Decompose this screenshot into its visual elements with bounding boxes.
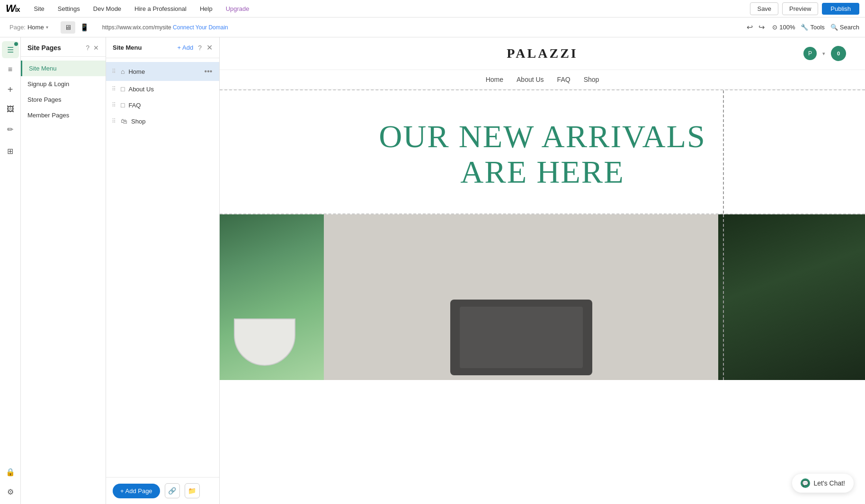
publish-button[interactable]: Publish [822, 3, 859, 15]
nav-hire[interactable]: Hire a Professional [128, 0, 193, 18]
dropdown-icon: ▾ [822, 51, 825, 57]
site-nav-about[interactable]: About Us [517, 76, 544, 83]
site-logo: PALAZZI [507, 46, 578, 61]
top-actions: Save Preview Publish [750, 2, 859, 15]
nav-devmode[interactable]: Dev Mode [87, 0, 128, 18]
chat-dot-icon: 💬 [801, 478, 810, 488]
user-avatar: P [803, 47, 817, 60]
site-menu-nav-item[interactable]: Site Menu [21, 61, 106, 76]
member-pages-nav-item[interactable]: Member Pages [21, 107, 106, 123]
site-menu-close-icon[interactable]: ✕ [206, 43, 213, 52]
site-pages-close-icon[interactable]: ✕ [93, 44, 99, 52]
chat-label: Let's Chat! [814, 479, 846, 487]
site-topnav: PALAZZI P ▾ 0 [220, 37, 865, 70]
menu-item-home-label: Home [128, 68, 145, 75]
plant-bowl [234, 318, 295, 366]
chat-button[interactable]: 💬 Let's Chat! [792, 474, 854, 493]
tools-button[interactable]: 🔧 Tools [801, 24, 824, 31]
site-menu-panel: Site Menu + Add ? ✕ ⠿ ⌂ Home ••• ⠿ □ Abo… [106, 37, 220, 504]
icon-design[interactable]: ✏ [2, 121, 19, 138]
icon-pages[interactable]: ☰ [2, 41, 19, 58]
menu-items-list: ⠿ ⌂ Home ••• ⠿ □ About Us ⠿ □ FAQ ⠿ 🛍 Sh [106, 58, 219, 477]
lock-icon: 🔒 [6, 468, 15, 477]
plant-left-area [220, 214, 324, 380]
page-selector[interactable]: Page: Home ▾ [6, 22, 52, 33]
canvas: PALAZZI P ▾ 0 Home About Us [220, 37, 865, 504]
menu-item-shop-label: Shop [131, 118, 145, 125]
footer-link-icon-button[interactable]: 🔗 [165, 483, 180, 498]
undo-button[interactable]: ↩ [745, 21, 755, 34]
apps-icon: ⊞ [7, 147, 13, 156]
mobile-view-button[interactable]: 📱 [76, 21, 93, 34]
preview-button[interactable]: Preview [782, 2, 818, 15]
shop-icon: 🛍 [121, 117, 127, 125]
connect-domain-link[interactable]: Connect Your Domain [173, 24, 228, 31]
document-icon-2: □ [121, 101, 125, 109]
nav-settings[interactable]: Settings [51, 0, 87, 18]
menu-item-home-more[interactable]: ••• [203, 66, 214, 77]
desktop-view-button[interactable]: 🖥 [61, 21, 75, 34]
hero-line1: OUR NEW ARRIVALS [239, 119, 846, 154]
drag-handle-icon: ⠿ [112, 118, 116, 124]
icon-layers[interactable]: ≡ [2, 61, 19, 78]
site-menu-add-button[interactable]: + Add [178, 44, 194, 51]
zoom-icon: ⊙ [772, 24, 777, 31]
secondbar: Page: Home ▾ 🖥 📱 https://www.wix.com/mys… [0, 18, 865, 37]
canvas-area: PALAZZI P ▾ 0 Home About Us [220, 37, 865, 504]
site-pages-nav: Site Menu Signup & Login Store Pages Mem… [21, 57, 106, 127]
pages-icon: ☰ [7, 45, 14, 54]
drag-handle-icon: ⠿ [112, 102, 116, 108]
cart-icon: 0 [831, 46, 846, 61]
zoom-indicator[interactable]: ⊙ 100% [772, 24, 795, 31]
search-label: Search [840, 24, 859, 31]
add-icon: + [8, 84, 13, 95]
nav-site[interactable]: Site [27, 0, 51, 18]
tablet-item [450, 300, 592, 375]
left-icon-bar: ☰ ≡ + 🖼 ✏ ⊞ 🔒 ⚙ [0, 37, 21, 504]
document-icon: □ [121, 85, 125, 93]
icon-apps[interactable]: ⊞ [2, 142, 19, 159]
site-menu-help-icon[interactable]: ? [198, 44, 202, 52]
signup-login-nav-item[interactable]: Signup & Login [21, 76, 106, 92]
footer-folder-icon-button[interactable]: 📁 [185, 483, 200, 498]
drag-handle-icon: ⠿ [112, 86, 116, 92]
site-pages-header-icons: ? ✕ [86, 44, 99, 52]
center-desk-area [324, 214, 718, 380]
search-button[interactable]: 🔍 Search [830, 24, 859, 31]
nav-upgrade[interactable]: Upgrade [219, 0, 256, 18]
wix-logo: Wix [6, 2, 19, 15]
icon-add-elements[interactable]: + [2, 81, 19, 98]
add-page-button[interactable]: + Add Page [113, 484, 160, 498]
site-menu-title: Site Menu [113, 44, 142, 51]
hero-headline: OUR NEW ARRIVALS ARE HERE [239, 119, 846, 190]
design-icon: ✏ [7, 125, 13, 134]
search-icon: 🔍 [830, 24, 838, 31]
page-dropdown-icon: ▾ [46, 25, 48, 30]
redo-button[interactable]: ↪ [757, 21, 767, 34]
menu-item-shop[interactable]: ⠿ 🛍 Shop [106, 113, 219, 129]
plant-right-area [718, 214, 865, 380]
menu-item-faq[interactable]: ⠿ □ FAQ [106, 97, 219, 113]
topbar-nav: Site Settings Dev Mode Hire a Profession… [27, 0, 256, 18]
icon-settings[interactable]: ⚙ [2, 483, 19, 500]
view-buttons: 🖥 📱 [61, 21, 93, 34]
zoom-value: 100% [779, 24, 795, 31]
site-pages-panel: Site Pages ? ✕ Site Menu Signup & Login … [21, 37, 106, 504]
menu-item-faq-label: FAQ [128, 102, 141, 109]
site-top-right: P ▾ 0 [803, 46, 846, 61]
site-menu-header: Site Menu + Add ? ✕ [106, 37, 219, 58]
site-nav-shop[interactable]: Shop [584, 76, 599, 83]
right-controls: ↩ ↪ ⊙ 100% 🔧 Tools 🔍 Search [745, 21, 859, 34]
store-pages-nav-item[interactable]: Store Pages [21, 92, 106, 107]
site-pages-help-icon[interactable]: ? [86, 44, 89, 52]
nav-help[interactable]: Help [193, 0, 219, 18]
icon-media[interactable]: 🖼 [2, 101, 19, 118]
icon-lock[interactable]: 🔒 [2, 463, 19, 480]
menu-item-about-us[interactable]: ⠿ □ About Us [106, 81, 219, 97]
save-button[interactable]: Save [750, 2, 778, 15]
site-nav-home[interactable]: Home [486, 76, 503, 83]
menu-item-home[interactable]: ⠿ ⌂ Home ••• [106, 62, 219, 81]
site-nav-faq[interactable]: FAQ [557, 76, 571, 83]
site-pages-header: Site Pages ? ✕ [21, 37, 106, 57]
site-menu-header-right: + Add ? ✕ [178, 43, 213, 52]
